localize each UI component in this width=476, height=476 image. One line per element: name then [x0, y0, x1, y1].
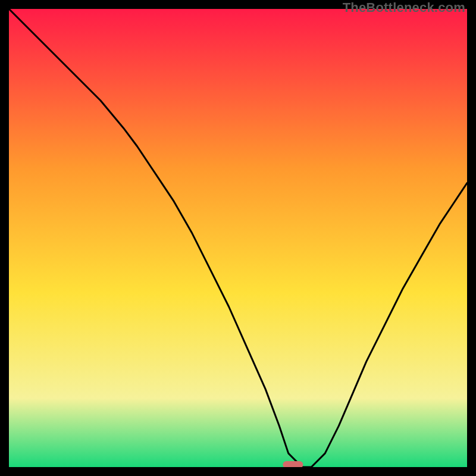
optimum-marker — [283, 461, 303, 467]
watermark: TheBottleneck.com — [343, 0, 465, 15]
chart-frame: { "watermark": "TheBottleneck.com", "cha… — [0, 0, 476, 476]
plot-area — [9, 9, 467, 467]
chart-svg — [9, 9, 467, 467]
